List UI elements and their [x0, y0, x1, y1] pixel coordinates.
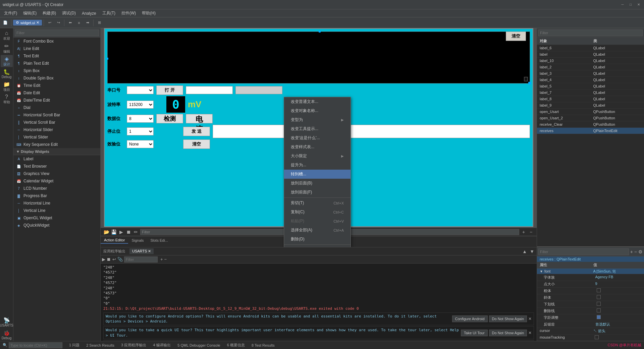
prop-font-family[interactable]: 字体族 Agency FB: [537, 274, 644, 281]
current-button[interactable]: 电 流: [186, 114, 213, 123]
widget-item-vslider[interactable]: │ Vertical Slider: [13, 133, 100, 141]
obj-label10[interactable]: label_10 QLabel: [537, 58, 644, 64]
obj-open-usart2[interactable]: open_Usart_2 QPushButton: [537, 115, 644, 121]
widget-item-line-edit[interactable]: A| Line Edit: [13, 45, 100, 52]
output-attach-btn[interactable]: 📎: [117, 257, 123, 262]
obj-label5[interactable]: label_5 QLabel: [537, 83, 644, 90]
props-add-btn[interactable]: +: [630, 249, 633, 254]
obj-label4[interactable]: label_4 QLabel: [537, 77, 644, 83]
design-canvas[interactable]: 清空 串口号 打 开 波特率 115200: [101, 28, 537, 247]
underline-checkbox[interactable]: [597, 302, 601, 306]
widget-item-hline[interactable]: ─ Horizontal Line: [13, 199, 100, 207]
data-bits-select[interactable]: 8: [127, 115, 154, 123]
file-tab[interactable]: ⚙ widget.ui ✕: [13, 20, 42, 25]
prop-antialias[interactable]: 反锯齿 首选默认: [537, 321, 644, 328]
obj-label7[interactable]: label_7 QLabel: [537, 90, 644, 96]
take-ui-tour-btn[interactable]: Take UI Tour: [461, 330, 488, 336]
widget-filter-input[interactable]: [15, 30, 99, 36]
debug-button[interactable]: 🐛 Debug: [1, 68, 13, 80]
ctx-select-all[interactable]: 选择全部(A) Ctrl+A: [284, 226, 351, 235]
signals-tab[interactable]: Signals: [128, 237, 147, 243]
prop-strikeout[interactable]: 删除线: [537, 308, 644, 314]
prop-bold[interactable]: 粗体: [537, 288, 644, 294]
bold-checkbox[interactable]: [597, 288, 601, 292]
obj-receive-clear[interactable]: receIve_Clear QPushButton: [537, 121, 644, 128]
ctx-change-stylesheet[interactable]: 改变样式表...: [284, 142, 351, 152]
clear-top-button[interactable]: 清空: [506, 32, 526, 41]
props-remove-btn[interactable]: −: [634, 249, 637, 254]
obj-label[interactable]: label QLabel: [537, 51, 644, 58]
check-bits-select[interactable]: None: [127, 140, 154, 148]
prop-font[interactable]: ▼font A [SimSun, 9]: [537, 269, 644, 274]
action-editor-tab[interactable]: Action Editor: [101, 237, 128, 244]
widget-item-graphics[interactable]: 🖼 Graphics View: [13, 170, 100, 177]
test-results-item[interactable]: 8 Test Results: [252, 343, 275, 347]
action-remove[interactable]: −: [528, 229, 534, 235]
output-stop-btn[interactable]: ⏹: [107, 257, 111, 262]
widget-item-calendar[interactable]: 📅 Calendar Widget: [13, 177, 100, 185]
scroll-down-btn[interactable]: ▼: [529, 249, 535, 254]
compile-output-item[interactable]: 4 编译输出: [153, 343, 171, 348]
ctx-size-limit[interactable]: 大小限定 ▶: [284, 152, 351, 161]
ctx-cut[interactable]: 剪切(T) Ctrl+X: [284, 198, 351, 208]
menu-item-e[interactable]: 编辑(E): [20, 10, 39, 17]
qml-debugger-item[interactable]: 5 QML Debugger Console: [177, 343, 220, 347]
output-filter-input[interactable]: [124, 256, 158, 263]
action-add[interactable]: +: [521, 229, 527, 235]
app-output-item[interactable]: 3 应用程序输出: [121, 343, 146, 348]
widget-item-vline[interactable]: │ Vertical Line: [13, 207, 100, 214]
locate-input[interactable]: [9, 342, 62, 348]
obj-label8[interactable]: label_8 QLabel: [537, 96, 644, 102]
obj-label6[interactable]: label_6 QLabel: [537, 45, 644, 51]
clear-bottom-button[interactable]: 清空: [183, 139, 210, 149]
usarts-button[interactable]: 📡 USARTS: [1, 316, 13, 328]
align-left-button[interactable]: ⬅: [66, 19, 74, 27]
resize-handle-left[interactable]: [106, 58, 108, 60]
help-button[interactable]: ? 帮助: [1, 93, 13, 105]
widget-item-hscroll[interactable]: ═ Horizontal Scroll Bar: [13, 111, 100, 119]
obj-label2[interactable]: label_2 QLabel: [537, 64, 644, 70]
ctx-morph[interactable]: 变型为 ▶: [284, 115, 351, 124]
file-tab-close[interactable]: ✕: [36, 20, 39, 25]
widget-item-font-combo-box[interactable]: F Font Combo Box: [13, 38, 100, 45]
resize-handle-br[interactable]: [528, 82, 531, 84]
minimize-button[interactable]: ─: [620, 2, 625, 7]
do-not-show-tour-btn[interactable]: Do Not Show Again: [489, 330, 527, 336]
close-tour-notif[interactable]: ✕: [528, 331, 532, 335]
send-input-area[interactable]: [213, 125, 530, 138]
scroll-up-btn[interactable]: ▲: [521, 249, 528, 254]
widget-item-lcd[interactable]: 7 LCD Number: [13, 185, 100, 192]
action-tb-4[interactable]: ⏹: [125, 229, 131, 235]
debug-bottom-button[interactable]: 🐞 Debug: [1, 329, 13, 341]
widget-item-date-edit[interactable]: 📅 Date Edit: [13, 89, 100, 97]
project-button[interactable]: 📁 项目: [1, 80, 13, 93]
output-minus-btn[interactable]: −: [164, 257, 167, 262]
obj-label3[interactable]: label_3 QLabel: [537, 70, 644, 77]
baud-rate-select[interactable]: 115200: [127, 101, 154, 109]
prop-font-size[interactable]: 点大小 9: [537, 281, 644, 288]
widget-item-double-spin-box[interactable]: ↕ Double Spin Box: [13, 74, 100, 82]
close-android-notif[interactable]: ✕: [528, 316, 532, 321]
widget-item-dial[interactable]: ○ Dial: [13, 104, 100, 111]
menu-item-b[interactable]: 构建(B): [40, 10, 59, 17]
align-right-button[interactable]: ➡: [84, 19, 92, 27]
action-tb-1[interactable]: 📂: [103, 229, 109, 235]
menu-item-analyze[interactable]: Analyze: [79, 10, 99, 16]
serial-port-select[interactable]: [127, 86, 154, 94]
strikeout-checkbox[interactable]: [597, 308, 601, 312]
align-center-button[interactable]: ≡: [75, 19, 83, 27]
detect-button[interactable]: 检测: [156, 114, 183, 123]
obj-open-usart[interactable]: open_Usart QPushButton: [537, 109, 644, 115]
menu-item-w[interactable]: 控件(W): [119, 10, 139, 17]
props-filter-input[interactable]: [538, 248, 629, 255]
menu-item-h[interactable]: 帮助(H): [139, 10, 158, 17]
prop-kerning[interactable]: 字距调整: [537, 314, 644, 321]
ctx-lower[interactable]: 放到后面(B): [284, 179, 351, 188]
redo-button[interactable]: ↪: [54, 19, 62, 27]
widget-item-opengl[interactable]: ▣ OpenGL Widget: [13, 214, 100, 222]
output-rerun-btn[interactable]: ↩: [112, 257, 116, 262]
prop-underline[interactable]: 下划线: [537, 301, 644, 308]
widget-item-plain-text-edit[interactable]: ¶ Plain Text Edit: [13, 60, 100, 67]
widget-item-text-browser[interactable]: 📄 Text Browser: [13, 163, 100, 170]
widget-item-progress-bar[interactable]: ▓ Progress Bar: [13, 192, 100, 199]
